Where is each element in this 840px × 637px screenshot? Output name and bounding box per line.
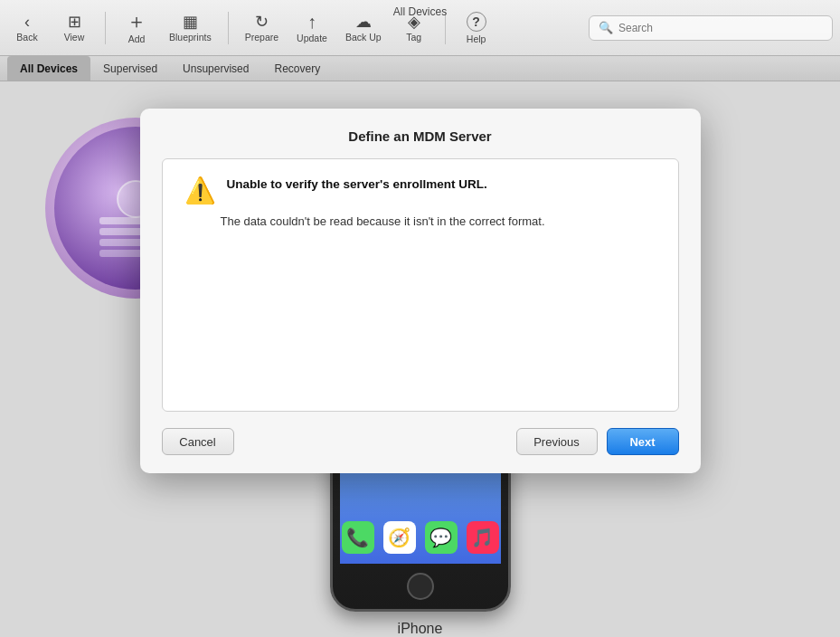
back-label: Back <box>16 32 37 43</box>
blueprints-label: Blueprints <box>169 32 212 43</box>
prepare-label: Prepare <box>245 32 278 43</box>
tab-unsupervised[interactable]: Unsupervised <box>170 56 261 81</box>
modal-buttons-right: Previous Next <box>516 428 679 455</box>
tab-supervised[interactable]: Supervised <box>90 56 170 81</box>
view-icon: ⊞ <box>68 14 81 30</box>
add-button[interactable]: ＋ Add <box>117 7 156 49</box>
prepare-button[interactable]: ↻ Prepare <box>240 7 284 49</box>
backup-label: Back Up <box>345 32 382 43</box>
title-bar: All Devices ‹ Back ⊞ View ＋ Add ▦ Bluepr… <box>0 0 840 56</box>
add-label: Add <box>128 33 146 44</box>
cancel-button[interactable]: Cancel <box>162 428 234 455</box>
add-icon: ＋ <box>127 12 146 32</box>
view-button[interactable]: ⊞ View <box>54 7 94 49</box>
blueprints-icon: ▦ <box>183 14 198 30</box>
update-button[interactable]: ↑ Update <box>291 7 333 49</box>
help-icon: ? <box>467 12 486 32</box>
previous-button[interactable]: Previous <box>516 428 598 455</box>
back-icon: ‹ <box>24 14 30 30</box>
next-button[interactable]: Next <box>607 428 679 455</box>
tab-all-devices[interactable]: All Devices <box>7 56 90 81</box>
prepare-icon: ↻ <box>255 14 269 30</box>
modal-overlay: Define an MDM Server ⚠️ Unable to verify… <box>0 81 840 637</box>
window-title: All Devices <box>393 5 447 18</box>
backup-icon: ☁ <box>355 14 372 30</box>
modal-buttons: Cancel Previous Next <box>162 428 679 455</box>
main-area: BETA <box>0 81 840 637</box>
error-subtitle: The data couldn't be read because it isn… <box>221 214 656 228</box>
tab-recovery[interactable]: Recovery <box>261 56 333 81</box>
help-label: Help <box>467 33 486 44</box>
update-icon: ↑ <box>307 13 316 31</box>
search-icon: 🔍 <box>599 21 613 34</box>
tabs-bar: All Devices Supervised Unsupervised Reco… <box>0 56 840 81</box>
define-mdm-modal: Define an MDM Server ⚠️ Unable to verify… <box>140 109 701 473</box>
modal-content-area: ⚠️ Unable to verify the server's enrollm… <box>162 158 679 412</box>
view-label: View <box>64 32 85 43</box>
help-button[interactable]: ? Help <box>457 7 496 49</box>
modal-title: Define an MDM Server <box>162 128 679 144</box>
separator-1 <box>105 12 106 44</box>
warning-icon: ⚠️ <box>184 178 216 204</box>
blueprints-button[interactable]: ▦ Blueprints <box>164 7 217 49</box>
separator-2 <box>228 12 229 44</box>
error-title: Unable to verify the server's enrollment… <box>227 177 487 191</box>
search-box[interactable]: 🔍 <box>589 15 833 41</box>
search-input[interactable] <box>618 22 823 34</box>
backup-button[interactable]: ☁ Back Up <box>340 7 387 49</box>
error-row: ⚠️ Unable to verify the server's enrollm… <box>184 177 656 204</box>
update-label: Update <box>297 33 327 43</box>
tag-label: Tag <box>406 32 421 43</box>
back-button[interactable]: ‹ Back <box>7 7 47 49</box>
